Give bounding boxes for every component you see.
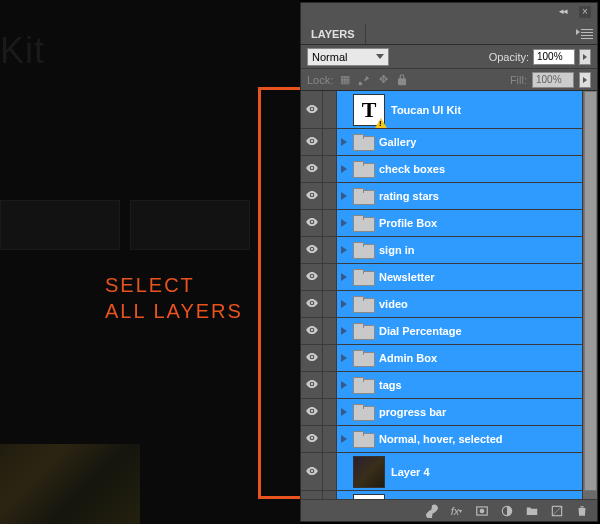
expand-triangle-icon[interactable] bbox=[341, 219, 347, 227]
fill-flyout-icon[interactable] bbox=[579, 72, 591, 88]
visibility-toggle[interactable] bbox=[301, 399, 323, 425]
link-column bbox=[323, 345, 337, 371]
layer-row: rating stars bbox=[301, 183, 597, 210]
folder-icon bbox=[353, 269, 373, 285]
scrollbar-track[interactable] bbox=[582, 91, 597, 499]
layer-item[interactable]: progress bar bbox=[337, 399, 597, 425]
layer-item[interactable]: Dial Percentage bbox=[337, 318, 597, 344]
layer-item[interactable]: rating stars bbox=[337, 183, 597, 209]
layers-panel: ◂◂ × LAYERS Normal Opacity: 100% Lock: ▦… bbox=[300, 2, 598, 522]
expand-triangle-icon[interactable] bbox=[341, 327, 347, 335]
scrollbar-thumb[interactable] bbox=[584, 91, 597, 491]
link-column bbox=[323, 237, 337, 263]
layer-item[interactable]: sign in bbox=[337, 237, 597, 263]
annotation-line2: ALL LAYERS bbox=[105, 300, 243, 322]
visibility-toggle[interactable] bbox=[301, 156, 323, 182]
tab-layers[interactable]: LAYERS bbox=[301, 24, 366, 44]
lock-fill-row: Lock: ▦ ✥ Fill: 100% bbox=[301, 69, 597, 91]
layer-item[interactable]: Newsletter bbox=[337, 264, 597, 290]
lock-transparency-icon[interactable]: ▦ bbox=[338, 73, 352, 87]
expand-triangle-icon[interactable] bbox=[341, 246, 347, 254]
layer-item[interactable]: check boxes bbox=[337, 156, 597, 182]
folder-icon bbox=[353, 296, 373, 312]
eye-icon bbox=[305, 269, 319, 285]
layer-list: TToucan UI KitGallerycheck boxesrating s… bbox=[301, 91, 597, 499]
visibility-toggle[interactable] bbox=[301, 372, 323, 398]
layer-item[interactable]: video bbox=[337, 291, 597, 317]
close-icon[interactable]: × bbox=[579, 6, 591, 18]
annotation-text: SELECT ALL LAYERS bbox=[105, 272, 243, 324]
folder-icon bbox=[353, 242, 373, 258]
chevron-down-icon bbox=[376, 54, 384, 59]
visibility-toggle[interactable] bbox=[301, 291, 323, 317]
opacity-flyout-icon[interactable] bbox=[579, 49, 591, 65]
adjustment-layer-icon[interactable] bbox=[499, 503, 514, 518]
layer-name: progress bar bbox=[379, 406, 446, 418]
eye-icon bbox=[305, 215, 319, 231]
visibility-toggle[interactable] bbox=[301, 491, 323, 499]
layer-mask-icon[interactable] bbox=[474, 503, 489, 518]
layer-row: Newsletter bbox=[301, 264, 597, 291]
blend-mode-select[interactable]: Normal bbox=[307, 48, 389, 66]
visibility-toggle[interactable] bbox=[301, 345, 323, 371]
layer-item[interactable]: Profile Box bbox=[337, 210, 597, 236]
visibility-toggle[interactable] bbox=[301, 237, 323, 263]
layer-name: Gallery bbox=[379, 136, 416, 148]
visibility-toggle[interactable] bbox=[301, 453, 323, 490]
expand-triangle-icon[interactable] bbox=[341, 435, 347, 443]
lock-all-icon[interactable] bbox=[395, 73, 409, 87]
layer-item[interactable]: Normal, hover, selected bbox=[337, 426, 597, 452]
visibility-toggle[interactable] bbox=[301, 129, 323, 155]
layer-item[interactable]: Admin Box bbox=[337, 345, 597, 371]
layer-thumbnail bbox=[353, 494, 385, 500]
layer-item[interactable]: Gallery bbox=[337, 129, 597, 155]
folder-icon bbox=[353, 404, 373, 420]
bg-toucan-image bbox=[0, 444, 140, 524]
eye-icon bbox=[305, 242, 319, 258]
layer-style-icon[interactable]: fx▾ bbox=[449, 503, 464, 518]
expand-triangle-icon[interactable] bbox=[341, 300, 347, 308]
link-column bbox=[323, 372, 337, 398]
lock-position-icon[interactable]: ✥ bbox=[376, 73, 390, 87]
expand-triangle-icon[interactable] bbox=[341, 354, 347, 362]
visibility-toggle[interactable] bbox=[301, 264, 323, 290]
eye-icon bbox=[305, 377, 319, 393]
layer-name: Layer 4 bbox=[391, 466, 430, 478]
delete-layer-icon[interactable] bbox=[574, 503, 589, 518]
expand-triangle-icon[interactable] bbox=[341, 381, 347, 389]
expand-triangle-icon[interactable] bbox=[341, 192, 347, 200]
new-group-icon[interactable] bbox=[524, 503, 539, 518]
link-column bbox=[323, 426, 337, 452]
layer-item[interactable]: Layer 0fx bbox=[337, 491, 597, 499]
expand-triangle-icon[interactable] bbox=[341, 138, 347, 146]
eye-icon bbox=[305, 464, 319, 480]
visibility-toggle[interactable] bbox=[301, 91, 323, 128]
bg-dim-boxes bbox=[0, 200, 250, 280]
layer-row: video bbox=[301, 291, 597, 318]
link-layers-icon[interactable] bbox=[424, 503, 439, 518]
bg-dim-box bbox=[130, 200, 250, 250]
visibility-toggle[interactable] bbox=[301, 426, 323, 452]
fill-input[interactable]: 100% bbox=[532, 72, 574, 88]
layer-item[interactable]: tags bbox=[337, 372, 597, 398]
visibility-toggle[interactable] bbox=[301, 318, 323, 344]
expand-triangle-icon[interactable] bbox=[341, 408, 347, 416]
flyout-menu-icon[interactable] bbox=[578, 27, 593, 39]
layer-name: video bbox=[379, 298, 408, 310]
visibility-toggle[interactable] bbox=[301, 183, 323, 209]
layer-item[interactable]: Layer 4 bbox=[337, 453, 597, 490]
folder-icon bbox=[353, 377, 373, 393]
folder-icon bbox=[353, 431, 373, 447]
expand-triangle-icon[interactable] bbox=[341, 273, 347, 281]
expand-triangle-icon[interactable] bbox=[341, 165, 347, 173]
visibility-toggle[interactable] bbox=[301, 210, 323, 236]
layer-name: Dial Percentage bbox=[379, 325, 462, 337]
new-layer-icon[interactable] bbox=[549, 503, 564, 518]
layer-item[interactable]: TToucan UI Kit bbox=[337, 91, 597, 128]
opacity-input[interactable]: 100% bbox=[533, 49, 575, 65]
layer-row: progress bar bbox=[301, 399, 597, 426]
lock-brush-icon[interactable] bbox=[357, 73, 371, 87]
annotation-bracket bbox=[258, 87, 300, 499]
fill-label: Fill: bbox=[510, 74, 527, 86]
collapse-icon[interactable]: ◂◂ bbox=[559, 6, 567, 16]
